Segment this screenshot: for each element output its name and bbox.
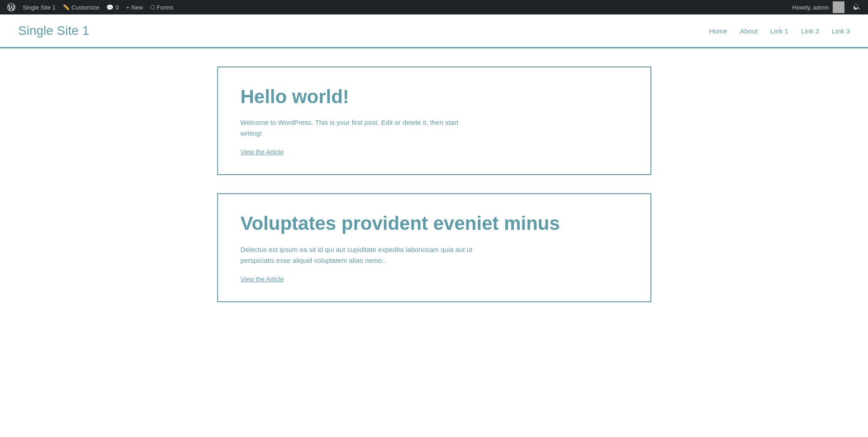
new-label: New xyxy=(131,4,143,11)
nav-link3[interactable]: Link 3 xyxy=(832,27,850,35)
site-title[interactable]: Single Site 1 xyxy=(18,24,89,38)
comments-icon: 💬 xyxy=(106,4,114,11)
forms-link[interactable]: ⬡ Forms xyxy=(147,0,177,14)
customize-label: Customize xyxy=(71,4,99,11)
admin-bar: Single Site 1 ✏️ Customize 💬 0 + New ⬡ F… xyxy=(0,0,868,14)
site-nav: Home About Link 1 Link 2 Link 3 xyxy=(709,27,850,35)
site-header: Single Site 1 Home About Link 1 Link 2 L… xyxy=(0,14,868,48)
nav-link1[interactable]: Link 1 xyxy=(770,27,788,35)
customize-link[interactable]: ✏️ Customize xyxy=(59,0,103,14)
howdy-label: Howdy, admin xyxy=(792,4,829,11)
new-icon: + xyxy=(126,4,130,11)
comments-count: 0 xyxy=(115,4,119,11)
article-title: Hello world! xyxy=(241,86,628,108)
article-card: Voluptates provident eveniet minusDelect… xyxy=(217,193,651,302)
main-content: Hello world!Welcome to WordPress. This i… xyxy=(208,48,660,329)
avatar xyxy=(833,1,844,13)
wp-logo-link[interactable] xyxy=(4,0,19,14)
wordpress-icon xyxy=(7,3,15,11)
article-excerpt: Welcome to WordPress. This is your first… xyxy=(241,117,476,139)
nav-home[interactable]: Home xyxy=(709,27,727,35)
search-button[interactable] xyxy=(850,0,864,14)
article-excerpt: Delectus est ipsum ea sit id qui aut cup… xyxy=(241,244,476,266)
new-link[interactable]: + New xyxy=(123,0,147,14)
forms-label: Forms xyxy=(157,4,173,11)
article-title: Voluptates provident eveniet minus xyxy=(241,212,628,235)
article-card: Hello world!Welcome to WordPress. This i… xyxy=(217,66,651,175)
comments-link[interactable]: 💬 0 xyxy=(103,0,122,14)
view-article-link[interactable]: View the Article xyxy=(241,148,284,156)
site-name-link[interactable]: Single Site 1 xyxy=(19,0,59,14)
search-icon xyxy=(854,3,861,12)
customize-icon: ✏️ xyxy=(63,4,70,10)
nav-about[interactable]: About xyxy=(740,27,758,35)
site-name-label: Single Site 1 xyxy=(23,4,56,11)
forms-icon: ⬡ xyxy=(150,4,155,10)
howdy-link[interactable]: Howdy, admin xyxy=(789,0,848,14)
nav-link2[interactable]: Link 2 xyxy=(801,27,819,35)
view-article-link[interactable]: View the Article xyxy=(241,276,284,283)
